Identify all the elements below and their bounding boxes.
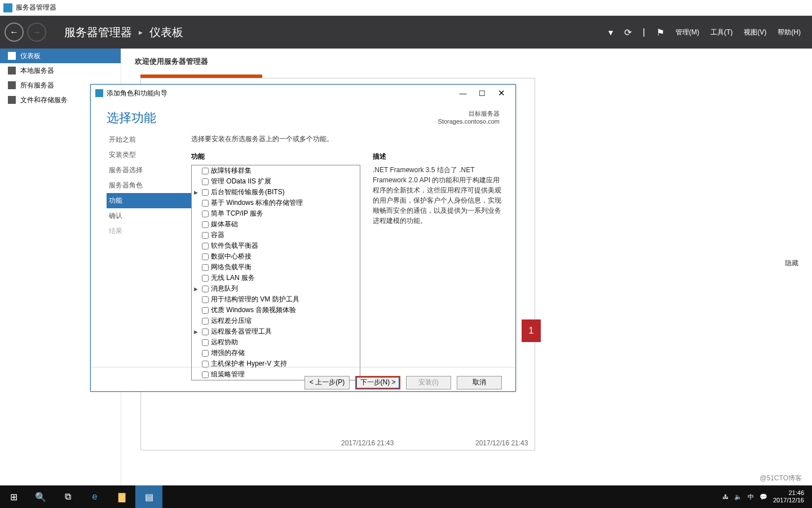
wizard-close-button[interactable]: ✕ [492,88,511,98]
sm-app-icon [3,3,12,12]
forward-button[interactable]: → [27,23,46,42]
feature-item[interactable]: ▶消息队列 [192,283,360,294]
feature-item[interactable]: 简单 TCP/IP 服务 [192,208,360,219]
ie-icon[interactable]: e [81,485,108,508]
breadcrumb-root[interactable]: 服务器管理器 [64,25,132,40]
feature-checkbox[interactable] [202,243,209,249]
sidebar-item-label: 所有服务器 [20,81,54,90]
dashboard-icon [8,52,16,60]
server-manager-taskbar-icon[interactable]: ▤ [135,485,162,508]
expand-icon[interactable]: ▶ [194,190,200,195]
search-icon[interactable]: 🔍 [27,485,54,508]
feature-item[interactable]: ▶远程服务器管理工具 [192,326,360,337]
feature-checkbox[interactable] [202,211,209,217]
expand-icon[interactable]: ▶ [194,286,200,292]
feature-item[interactable]: 用于结构管理的 VM 防护工具 [192,294,360,305]
feature-item[interactable]: ▶后台智能传输服务(BITS) [192,187,360,198]
feature-checkbox[interactable] [202,264,209,271]
sm-app-title: 服务器管理器 [16,3,56,12]
back-button[interactable]: ← [5,23,24,42]
wizard-maximize-button[interactable]: ☐ [473,89,492,98]
feature-label: 组策略管理 [211,370,245,379]
feature-item[interactable]: 网络负载平衡 [192,262,360,273]
hide-link[interactable]: 隐藏 [785,259,798,268]
wizard-step[interactable]: 开始之前 [107,132,191,147]
network-icon[interactable]: 🖧 [722,493,729,500]
alert-badge[interactable]: 1 [522,319,541,342]
feature-label: 主机保护者 Hyper-V 支持 [211,359,287,369]
feature-checkbox[interactable] [202,200,209,207]
wizard-step[interactable]: 服务器角色 [107,178,191,193]
feature-checkbox[interactable] [202,178,209,185]
menu-view[interactable]: 视图(V) [744,28,766,37]
feature-checkbox[interactable] [202,318,209,325]
feature-item[interactable]: 主机保护者 Hyper-V 支持 [192,358,360,369]
welcome-heading: 欢迎使用服务器管理器 [135,56,798,67]
task-view-icon[interactable]: ⧉ [54,485,81,508]
feature-checkbox[interactable] [202,339,209,346]
feature-label: 软件负载平衡器 [211,241,258,251]
feature-checkbox[interactable] [202,350,209,357]
ime-indicator[interactable]: 中 [748,493,754,501]
sidebar-item-dashboard[interactable]: 仪表板 [0,49,121,63]
expand-icon[interactable]: ▶ [194,329,200,335]
notifications-icon[interactable]: 💬 [760,493,767,501]
feature-item[interactable]: 数据中心桥接 [192,251,360,262]
start-button[interactable]: ⊞ [0,485,27,508]
feature-checkbox[interactable] [202,275,209,282]
install-button[interactable]: 安装(I) [406,376,451,389]
feature-item[interactable]: 无线 LAN 服务 [192,273,360,283]
refresh-icon[interactable]: ⟳ [624,27,632,38]
cancel-button[interactable]: 取消 [457,376,502,389]
sidebar-item-local-server[interactable]: 本地服务器 [0,63,121,78]
clock-time: 21:46 [773,489,804,497]
wizard-step[interactable]: 安装类型 [107,147,191,163]
wizard-step[interactable]: 功能 [107,193,191,208]
feature-label: 基于 Windows 标准的存储管理 [211,198,303,208]
wizard-step[interactable]: 服务器选择 [107,163,191,178]
menu-tools[interactable]: 工具(T) [710,28,732,37]
volume-icon[interactable]: 🔈 [734,493,742,501]
feature-label: 远程协助 [211,338,238,347]
dropdown-icon[interactable]: ▾ [608,27,613,38]
feature-checkbox[interactable] [202,286,209,292]
feature-checkbox[interactable] [202,307,209,314]
feature-checkbox[interactable] [202,253,209,260]
feature-checkbox[interactable] [202,296,209,303]
feature-item[interactable]: 软件负载平衡器 [192,240,360,251]
breadcrumb[interactable]: 服务器管理器 ▸ 仪表板 [64,25,183,40]
feature-label: 优质 Windows 音频视频体验 [211,305,296,315]
explorer-icon[interactable]: ▇ [108,485,135,508]
feature-item[interactable]: 增强的存储 [192,348,360,358]
feature-item[interactable]: 基于 Windows 标准的存储管理 [192,198,360,208]
feature-item[interactable]: 远程差分压缩 [192,316,360,326]
feature-item[interactable]: 媒体基础 [192,219,360,230]
features-label: 功能 [191,152,360,161]
feature-item[interactable]: 故障转移群集 [192,165,360,176]
feature-label: 无线 LAN 服务 [211,273,255,283]
wizard-step[interactable]: 确认 [107,208,191,224]
feature-checkbox[interactable] [202,221,209,228]
feature-checkbox[interactable] [202,371,209,378]
features-list[interactable]: 故障转移群集管理 OData IIS 扩展▶后台智能传输服务(BITS)基于 W… [191,165,360,380]
feature-item[interactable]: 容器 [192,230,360,240]
previous-button[interactable]: < 上一步(P) [304,376,350,389]
feature-checkbox[interactable] [202,361,209,367]
taskbar-clock[interactable]: 21:46 2017/12/16 [773,489,804,503]
feature-label: 增强的存储 [211,348,245,358]
menu-help[interactable]: 帮助(H) [778,28,801,37]
menu-manage[interactable]: 管理(M) [676,28,699,37]
feature-checkbox[interactable] [202,168,209,174]
flag-icon[interactable]: ⚑ [656,27,664,38]
wizard-minimize-button[interactable]: — [453,89,473,98]
wizard-step[interactable]: 结果 [107,224,191,239]
feature-item[interactable]: 远程协助 [192,337,360,348]
server-icon [8,67,16,75]
feature-checkbox[interactable] [202,232,209,239]
feature-checkbox[interactable] [202,189,209,196]
feature-label: 故障转移群集 [211,166,251,176]
feature-item[interactable]: 管理 OData IIS 扩展 [192,176,360,187]
feature-item[interactable]: 优质 Windows 音频视频体验 [192,305,360,316]
next-button[interactable]: 下一步(N) > [355,376,400,389]
feature-checkbox[interactable] [202,329,209,335]
